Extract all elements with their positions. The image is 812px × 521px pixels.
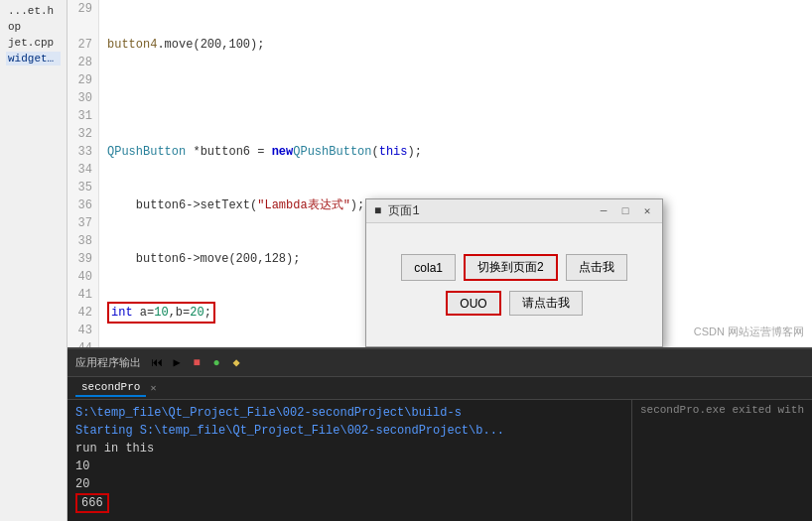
output-line-666: 666 — [75, 493, 623, 511]
output-right-text: secondPro.exe exited with — [640, 404, 804, 416]
window-buttons-row1: cola1 切换到页面2 点击我 — [401, 254, 626, 281]
sidebar-item-widget[interactable]: widget.cpp — [6, 52, 61, 65]
cola1-button[interactable]: cola1 — [401, 254, 456, 281]
code-area: 29 27 28 29 30 31 32 33 34 35 36 37 38 3… — [68, 0, 812, 347]
output-line-starting: Starting S:\temp_file\Qt_Project_File\00… — [75, 422, 623, 440]
window-body: cola1 切换到页面2 点击我 OUO 请点击我 — [366, 223, 662, 346]
output-tab-bar: secondPro ✕ — [68, 377, 812, 400]
output-tab-secondpro[interactable]: secondPro — [75, 379, 146, 397]
sidebar-item-op[interactable]: op — [6, 20, 61, 34]
output-label: 应用程序输出 — [75, 355, 141, 370]
window-close-button[interactable]: ✕ — [640, 204, 654, 218]
main-container: ...et.h op jet.cpp widget.cpp 29 27 28 2… — [0, 0, 812, 521]
floating-window: ■ 页面1 ─ □ ✕ cola1 切换到页面2 点击我 OUO — [365, 198, 663, 347]
output-panel-left: S:\temp_file\Qt_Project_File\002-secondP… — [68, 400, 631, 521]
window-title: ■ 页面1 — [374, 202, 420, 219]
ouo-button[interactable]: OUO — [446, 291, 500, 316]
code-line-29a: button4.move(200,100); — [107, 36, 804, 54]
output-line-10: 10 — [75, 457, 623, 475]
output-line-run: run in this — [75, 440, 623, 457]
window-controls: ─ □ ✕ — [597, 204, 654, 218]
toolbar-icon-1[interactable]: ⏮ — [149, 355, 165, 371]
switch-page2-button[interactable]: 切换到页面2 — [464, 254, 558, 281]
toolbar-icon-yellow[interactable]: ◆ — [228, 355, 244, 371]
output-line-20: 20 — [75, 475, 623, 493]
toolbar-icons: ⏮ ▶ ■ ● ◆ — [149, 355, 244, 371]
output-666-highlight: 666 — [75, 493, 109, 513]
click-me-button[interactable]: 点击我 — [566, 254, 627, 281]
bottom-toolbar: 应用程序输出 ⏮ ▶ ■ ● ◆ — [68, 349, 812, 377]
sidebar: ...et.h op jet.cpp widget.cpp — [0, 0, 68, 521]
toolbar-icon-2[interactable]: ▶ — [169, 355, 185, 371]
toolbar-icon-stop[interactable]: ■ — [189, 355, 204, 371]
sidebar-item-eth[interactable]: ...et.h — [6, 4, 61, 18]
watermark: CSDN 网站运营博客网 — [694, 325, 804, 339]
output-content: S:\temp_file\Qt_Project_File\002-secondP… — [68, 400, 812, 521]
output-tab-close[interactable]: ✕ — [150, 382, 156, 394]
sidebar-item-jet[interactable]: jet.cpp — [6, 36, 61, 50]
bottom-panel: 应用程序输出 ⏮ ▶ ■ ● ◆ secondPro ✕ S:\temp_fil… — [68, 347, 812, 521]
please-click-button[interactable]: 请点击我 — [509, 291, 583, 316]
output-panel-right: secondPro.exe exited with — [631, 400, 812, 521]
window-minimize-button[interactable]: ─ — [597, 204, 610, 218]
editor-area: 29 27 28 29 30 31 32 33 34 35 36 37 38 3… — [68, 0, 812, 521]
toolbar-icon-green[interactable]: ● — [208, 355, 224, 371]
output-line-path: S:\temp_file\Qt_Project_File\002-secondP… — [75, 404, 623, 422]
window-titlebar: ■ 页面1 ─ □ ✕ — [366, 199, 662, 223]
window-maximize-button[interactable]: □ — [618, 204, 632, 218]
code-line-27: QPushButton *button6 = new QPushButton(t… — [107, 143, 804, 161]
line-numbers: 29 27 28 29 30 31 32 33 34 35 36 37 38 3… — [68, 0, 99, 347]
window-buttons-row2: OUO 请点击我 — [446, 291, 582, 316]
code-line-blank1 — [107, 89, 804, 107]
